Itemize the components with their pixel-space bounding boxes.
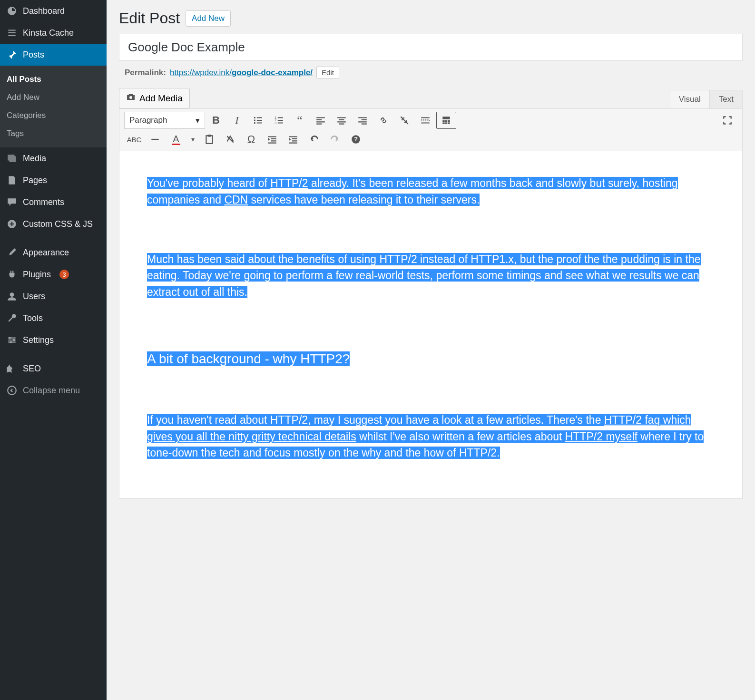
menu-label: SEO — [23, 364, 41, 374]
toolbar-toggle-button[interactable] — [436, 112, 456, 129]
menu-appearance[interactable]: Appearance — [0, 242, 107, 263]
visual-tab[interactable]: Visual — [670, 90, 710, 108]
editor: Add Media Visual Text Paragraph ▾ B I 12… — [119, 88, 743, 499]
strikethrough-button[interactable]: ABC — [124, 131, 144, 148]
svg-rect-18 — [445, 122, 447, 124]
content-paragraph: Much has been said about the benefits of… — [147, 251, 715, 301]
submenu-add-new[interactable]: Add New — [0, 88, 107, 107]
menu-label: Settings — [23, 335, 54, 345]
menu-media[interactable]: Media — [0, 147, 107, 169]
add-media-button[interactable]: Add Media — [119, 88, 190, 108]
svg-rect-20 — [206, 136, 212, 144]
menu-tools[interactable]: Tools — [0, 307, 107, 329]
menu-seo[interactable]: SEO — [0, 358, 107, 379]
pin-icon — [7, 49, 17, 60]
text-tab[interactable]: Text — [710, 90, 743, 108]
outdent-button[interactable] — [262, 131, 282, 148]
text-color-button[interactable]: A — [166, 131, 186, 148]
permalink-link[interactable]: https://wpdev.ink/google-doc-example/ — [170, 68, 313, 78]
content-heading: A bit of background - why HTTP2? — [147, 349, 715, 369]
menu-dashboard[interactable]: Dashboard — [0, 0, 107, 22]
admin-sidebar: Dashboard Kinsta Cache Posts All Posts A… — [0, 0, 107, 700]
blockquote-button[interactable]: “ — [290, 112, 310, 129]
media-icon — [7, 153, 17, 164]
redo-button[interactable] — [325, 131, 345, 148]
plugins-badge: 3 — [59, 270, 69, 279]
align-center-button[interactable] — [332, 112, 352, 129]
help-button[interactable]: ? — [346, 131, 366, 148]
menu-plugins[interactable]: Plugins 3 — [0, 263, 107, 285]
menu-label: Comments — [23, 197, 64, 207]
edit-permalink-button[interactable]: Edit — [316, 67, 339, 78]
toolbar-row-1: Paragraph ▾ B I 123 “ — [124, 112, 737, 129]
collapse-icon — [7, 385, 17, 396]
menu-posts[interactable]: Posts — [0, 44, 107, 66]
submenu-all-posts[interactable]: All Posts — [0, 70, 107, 88]
pages-icon — [7, 175, 17, 185]
svg-rect-16 — [448, 120, 450, 122]
bold-button[interactable]: B — [206, 112, 226, 129]
content-area[interactable]: You've probably heard of HTTP/2 already.… — [119, 151, 743, 499]
seo-icon — [7, 363, 17, 374]
svg-rect-21 — [208, 135, 211, 136]
menu-pages[interactable]: Pages — [0, 169, 107, 191]
menu-users[interactable]: Users — [0, 285, 107, 307]
menu-label: Posts — [23, 50, 44, 60]
unlink-button[interactable] — [394, 112, 414, 129]
read-more-button[interactable] — [415, 112, 435, 129]
svg-rect-19 — [448, 122, 450, 124]
content-paragraph: If you haven't read about HTTP/2, may I … — [147, 412, 715, 461]
align-right-button[interactable] — [353, 112, 373, 129]
toolbar-row-2: ABC A ▾ Ω ? — [124, 131, 737, 148]
main-content: Edit Post Add New Permalink: https://wpd… — [107, 0, 755, 700]
horizontal-rule-button[interactable] — [145, 131, 165, 148]
permalink-label: Permalink: — [125, 68, 166, 78]
menu-custom-css-js[interactable]: Custom CSS & JS — [0, 213, 107, 235]
menu-comments[interactable]: Comments — [0, 191, 107, 213]
fullscreen-button[interactable] — [717, 112, 737, 129]
user-icon — [7, 291, 17, 301]
bullet-list-button[interactable] — [248, 112, 268, 129]
indent-button[interactable] — [283, 131, 303, 148]
svg-point-1 — [10, 292, 14, 297]
menu-label: Kinsta Cache — [23, 28, 74, 38]
svg-point-8 — [254, 119, 255, 121]
clear-formatting-button[interactable] — [220, 131, 240, 148]
svg-rect-17 — [442, 122, 444, 124]
menu-collapse[interactable]: Collapse menu — [0, 379, 107, 401]
svg-text:?: ? — [354, 136, 358, 143]
menu-label: Dashboard — [23, 6, 65, 16]
menu-label: Tools — [23, 313, 43, 323]
content-paragraph: You've probably heard of HTTP/2 already.… — [147, 175, 715, 208]
numbered-list-button[interactable]: 123 — [269, 112, 289, 129]
undo-button[interactable] — [304, 131, 324, 148]
align-left-button[interactable] — [311, 112, 331, 129]
svg-text:3: 3 — [275, 121, 276, 125]
format-select[interactable]: Paragraph ▾ — [124, 112, 205, 129]
italic-button[interactable]: I — [227, 112, 247, 129]
svg-point-5 — [8, 386, 16, 395]
menu-kinsta-cache[interactable]: Kinsta Cache — [0, 22, 107, 44]
wrench-icon — [7, 313, 17, 323]
editor-tabs: Visual Text — [670, 90, 743, 108]
add-new-button[interactable]: Add New — [186, 10, 231, 27]
plug-icon — [7, 269, 17, 280]
link-button[interactable] — [373, 112, 393, 129]
list-icon — [7, 28, 17, 38]
submenu-tags[interactable]: Tags — [0, 125, 107, 143]
svg-point-2 — [9, 337, 10, 339]
svg-point-7 — [254, 117, 255, 118]
permalink-row: Permalink: https://wpdev.ink/google-doc-… — [125, 67, 743, 78]
dashboard-icon — [7, 6, 17, 16]
special-char-button[interactable]: Ω — [241, 131, 261, 148]
comments-icon — [7, 197, 17, 207]
svg-point-9 — [254, 122, 255, 124]
menu-settings[interactable]: Settings — [0, 329, 107, 351]
submenu-categories[interactable]: Categories — [0, 107, 107, 125]
svg-rect-15 — [445, 120, 447, 122]
paste-text-button[interactable] — [199, 131, 219, 148]
svg-point-3 — [13, 339, 15, 341]
text-color-dropdown[interactable]: ▾ — [187, 131, 198, 148]
svg-point-4 — [10, 341, 12, 343]
post-title-input[interactable] — [119, 34, 743, 61]
